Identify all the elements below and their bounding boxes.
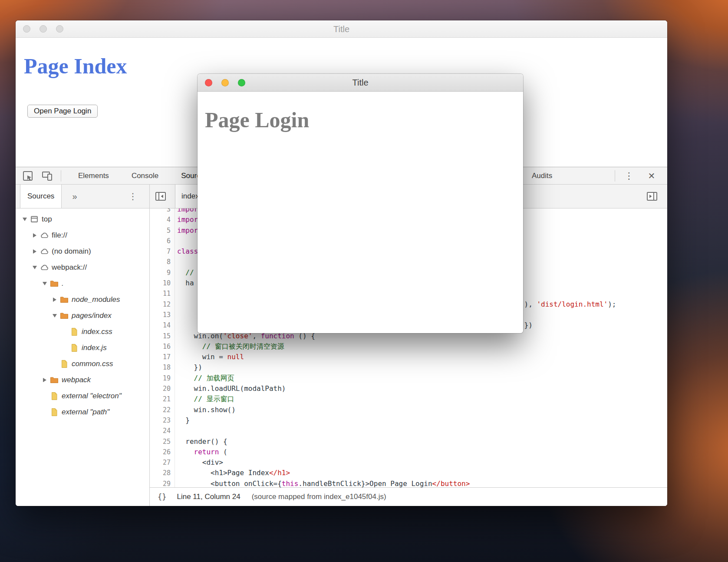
toggle-debugger-icon[interactable] <box>646 191 658 202</box>
tab-console[interactable]: Console <box>120 167 170 184</box>
desktop-wallpaper: Title Page Index Open Page Login Element… <box>0 0 728 562</box>
tab-elements[interactable]: Elements <box>67 167 120 184</box>
devtools-menu-icon[interactable]: ⋮ <box>623 167 636 185</box>
main-window-titlebar[interactable]: Title <box>16 20 667 38</box>
tree-item-webpack[interactable]: webpack <box>16 372 149 388</box>
code-text: <div> <box>175 457 223 468</box>
tree-item-label: webpack:// <box>52 263 87 272</box>
code-text: // 加载网页 <box>175 373 234 383</box>
triangle-right-icon[interactable] <box>31 249 39 254</box>
open-page-login-button[interactable]: Open Page Login <box>27 105 98 118</box>
line-number[interactable]: 7 <box>150 246 175 257</box>
line-number[interactable]: 13 <box>150 310 175 320</box>
code-token: return <box>194 448 219 456</box>
code-line[interactable]: 26 return ( <box>150 447 667 457</box>
code-token: ha <box>177 279 194 287</box>
triangle-down-icon[interactable] <box>31 266 39 269</box>
inspect-element-icon[interactable] <box>22 170 34 182</box>
tree-item-node-modules[interactable]: node_modules <box>16 291 149 307</box>
line-number[interactable]: 6 <box>150 236 175 246</box>
code-text: ha <box>175 278 194 288</box>
close-devtools-icon[interactable]: ✕ <box>644 167 659 185</box>
tab-audits[interactable]: Audits <box>520 167 563 184</box>
tree-item-pages-index[interactable]: pages/index <box>16 307 149 324</box>
code-line[interactable]: 22 win.show() <box>150 405 667 415</box>
navigator-menu-icon[interactable]: ⋮ <box>128 191 137 202</box>
tree-item-top[interactable]: top <box>16 211 149 227</box>
code-line[interactable]: 23 } <box>150 415 667 426</box>
tree-item-label: external "electron" <box>62 392 122 400</box>
line-number[interactable]: 23 <box>150 415 175 426</box>
triangle-right-icon[interactable] <box>51 298 59 302</box>
line-number[interactable]: 17 <box>150 352 175 362</box>
tree-item-label: index.js <box>82 344 107 352</box>
code-line[interactable]: 21 // 显示窗口 <box>150 394 667 404</box>
triangle-right-icon[interactable] <box>41 378 49 382</box>
line-number[interactable]: 10 <box>150 278 175 288</box>
more-tabs-icon[interactable]: » <box>72 192 77 202</box>
code-token: win.loadURL(modalPath) <box>177 384 286 393</box>
line-number[interactable]: 24 <box>150 426 175 436</box>
line-number[interactable]: 12 <box>150 299 175 310</box>
line-number[interactable]: 25 <box>150 436 175 447</box>
line-number[interactable]: 21 <box>150 394 175 404</box>
code-line[interactable]: 19 // 加载网页 <box>150 373 667 383</box>
code-text: render() { <box>175 436 227 447</box>
triangle-right-icon[interactable] <box>31 233 39 238</box>
line-number[interactable]: 8 <box>150 257 175 267</box>
line-number[interactable]: 18 <box>150 362 175 373</box>
code-line[interactable]: 16 // 窗口被关闭时清空资源 <box>150 341 667 352</box>
code-text: // 显示窗口 <box>175 394 234 404</box>
line-number[interactable]: 14 <box>150 320 175 331</box>
code-line[interactable]: 25 render() { <box>150 436 667 447</box>
code-line[interactable]: 29 <button onClick={this.handleBtnClick}… <box>150 479 667 487</box>
code-token: }) <box>177 363 202 371</box>
tree-item-common-css[interactable]: common.css <box>16 356 149 372</box>
tree-item-label: webpack <box>62 376 91 384</box>
code-token: 'dist/login.html' <box>537 300 608 308</box>
line-number[interactable]: 29 <box>150 479 175 487</box>
file-tree: topfile://(no domain)webpack://.node_mod… <box>16 208 149 506</box>
line-number[interactable]: 26 <box>150 447 175 457</box>
tree-item-no-domain[interactable]: (no domain) <box>16 243 149 259</box>
code-line[interactable]: 18 }) <box>150 362 667 373</box>
toggle-navigator-icon[interactable] <box>155 191 166 202</box>
navigator-tab-sources[interactable]: Sources <box>20 185 62 208</box>
triangle-down-icon[interactable] <box>41 282 49 285</box>
cursor-position: Line 11, Column 24 <box>177 493 240 501</box>
line-number[interactable]: 11 <box>150 288 175 299</box>
line-number[interactable]: 3 <box>150 208 175 215</box>
triangle-down-icon[interactable] <box>21 218 29 221</box>
code-line[interactable]: 24 <box>150 426 667 436</box>
code-text: <button onClick={this.handleBtnClick}>Op… <box>175 479 470 487</box>
line-number[interactable]: 15 <box>150 331 175 341</box>
code-line[interactable]: 20 win.loadURL(modalPath) <box>150 383 667 394</box>
tree-item-index-js[interactable]: index.js <box>16 340 149 356</box>
code-line[interactable]: 27 <div> <box>150 457 667 468</box>
line-number[interactable]: 27 <box>150 457 175 468</box>
code-token: ( <box>219 448 227 456</box>
line-number[interactable]: 4 <box>150 215 175 225</box>
tree-item-label: file:// <box>52 231 67 240</box>
line-number[interactable]: 28 <box>150 468 175 478</box>
tree-item-external-path[interactable]: external "path" <box>16 404 149 420</box>
code-line[interactable]: 28 <h1>Page Index</h1> <box>150 468 667 478</box>
line-number[interactable]: 9 <box>150 268 175 278</box>
tree-item-webpack[interactable]: webpack:// <box>16 259 149 275</box>
folder-icon <box>59 311 69 320</box>
tree-item-external-electron[interactable]: external "electron" <box>16 388 149 404</box>
line-number[interactable]: 5 <box>150 225 175 236</box>
tree-item-item[interactable]: . <box>16 275 149 291</box>
tree-item-index-css[interactable]: index.css <box>16 324 149 340</box>
tree-item-file[interactable]: file:// <box>16 227 149 243</box>
pretty-print-icon[interactable]: {} <box>158 493 166 501</box>
line-number[interactable]: 22 <box>150 405 175 415</box>
line-number[interactable]: 19 <box>150 373 175 383</box>
line-number[interactable]: 20 <box>150 383 175 394</box>
triangle-down-icon[interactable] <box>51 314 59 317</box>
device-toolbar-icon[interactable] <box>41 170 53 182</box>
code-line[interactable]: 17 win = null <box>150 352 667 362</box>
modal-titlebar[interactable]: Title <box>198 74 523 92</box>
line-number[interactable]: 16 <box>150 341 175 352</box>
code-token: <button onClick={ <box>177 479 282 487</box>
